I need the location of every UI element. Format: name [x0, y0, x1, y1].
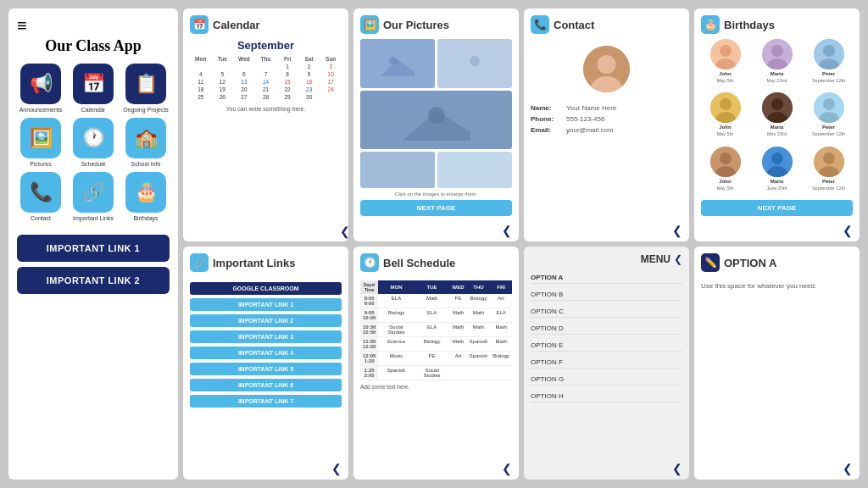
birthdays-icon: 🎂	[125, 172, 166, 213]
picture-2[interactable]	[437, 39, 512, 88]
birthdays-panel-header: 🎂 Birthdays	[701, 15, 853, 34]
bell-tue: TUE	[415, 280, 450, 294]
pictures-icon: 🖼️	[360, 15, 379, 34]
bell-next-arrow[interactable]: ❮	[502, 462, 512, 475]
menu-option-d[interactable]: OPTION D	[531, 323, 682, 335]
link-item-5[interactable]: IMPORTANT LINK 5	[190, 363, 342, 375]
icon-item-calendar[interactable]: 📅 Calendar	[70, 64, 117, 113]
pictures-grid	[360, 39, 512, 188]
menu-option-b[interactable]: OPTION B	[531, 289, 682, 301]
bell-days-label: Days/Time	[360, 280, 378, 294]
email-label: Email:	[531, 126, 563, 134]
google-classroom-link[interactable]: GOOGLE CLASSROOM	[190, 282, 342, 295]
icon-item-schedule[interactable]: 🕐 Schedule	[70, 118, 117, 167]
option-next-arrow[interactable]: ❮	[843, 462, 853, 475]
picture-3[interactable]	[360, 91, 512, 148]
link-item-1[interactable]: IMPORTANT LINK 1	[190, 298, 342, 311]
bell-title: Bell Schedule	[383, 257, 455, 269]
pictures-next-arrow[interactable]: ❮	[502, 224, 512, 237]
birthday-date: September 12th	[812, 131, 845, 136]
name-value: Your Name Here	[566, 104, 616, 112]
menu-option-f[interactable]: OPTION F	[531, 357, 682, 369]
table-row: 1:252:00SpanishSocial Studies	[360, 366, 512, 380]
birthday-date: September 12th	[812, 78, 845, 83]
school-info-label: School Info	[131, 161, 160, 167]
birthday-avatar	[762, 92, 793, 123]
birthday-date: May 23rd	[767, 131, 787, 136]
important-link-2-button[interactable]: IMPORTANT LINK 2	[17, 267, 170, 294]
calendar-grid: MonTueWedThuFriSatSun 123 45678910 11121…	[190, 55, 342, 101]
table-row: 9:0510:00BiologyELAMathMathELA	[360, 308, 512, 323]
option-a-header: ✏️ OPTION A	[701, 253, 853, 272]
link-list: GOOGLE CLASSROOM IMPORTANT LINK 1 IMPORT…	[190, 282, 342, 408]
contact-panel: 📞 Contact Name: Your Name Here Phone: 55…	[524, 8, 689, 241]
link-item-4[interactable]: IMPORTANT LINK 4	[190, 347, 342, 359]
pictures-panel: 🖼️ Our Pictures Cli	[353, 8, 519, 241]
menu-close-arrow[interactable]: ❮	[674, 253, 682, 265]
link-item-3[interactable]: IMPORTANT LINK 3	[190, 330, 342, 343]
schedule-icon: 🕐	[73, 118, 114, 158]
link-item-6[interactable]: IMPORTANT LINK 6	[190, 379, 342, 391]
name-label: Name:	[531, 104, 563, 112]
birthday-avatar	[762, 39, 793, 69]
pictures-title: Our Pictures	[383, 19, 449, 31]
calendar-note: You can write something here.	[190, 106, 342, 112]
icon-item-ongoing-projects[interactable]: 📋 Ongoing Projects	[122, 64, 170, 113]
link-item-7[interactable]: IMPORTANT LINK 7	[190, 395, 342, 408]
icon-item-pictures[interactable]: 🖼️ Pictures	[17, 118, 64, 167]
app-title: Our Class App	[17, 37, 170, 55]
bell-thu: THU	[467, 280, 491, 294]
important-link-1-button[interactable]: IMPORTANT LINK 1	[17, 235, 170, 262]
calendar-panel-header: 📅 Calendar	[190, 15, 342, 34]
menu-option-g[interactable]: OPTION G	[531, 374, 682, 385]
birthday-item: Maria June 25th	[753, 147, 801, 197]
birthdays-icon: 🎂	[701, 15, 720, 34]
icon-grid: 📢 Announcements 📅 Calendar 📋 Ongoing Pro…	[17, 64, 170, 221]
picture-5[interactable]	[437, 152, 512, 188]
icon-item-announcements[interactable]: 📢 Announcements	[17, 64, 64, 113]
icon-item-birthdays[interactable]: 🎂 Birthdays	[122, 172, 170, 221]
menu-option-c[interactable]: OPTION C	[531, 306, 682, 318]
birthday-avatar	[762, 147, 793, 177]
table-row: 8:009:00ELAMathPEBiologyArt	[360, 294, 512, 308]
contact-next-arrow[interactable]: ❮	[672, 224, 682, 237]
school-info-icon: 🏫	[125, 118, 166, 158]
birthday-item: Maria May 22nd	[753, 39, 801, 89]
menu-option-e[interactable]: OPTION E	[531, 340, 682, 352]
svg-point-4	[470, 56, 480, 66]
links-next-arrow[interactable]: ❮	[331, 462, 342, 475]
bell-mon: MON	[378, 280, 414, 294]
birthday-name: Peter	[822, 125, 835, 130]
hamburger-menu[interactable]: ≡	[17, 17, 170, 34]
link-item-2[interactable]: IMPORTANT LINK 2	[190, 314, 342, 327]
panels-grid: 📅 Calendar September MonTueWedThuFriSatS…	[183, 8, 860, 480]
calendar-icon: 📅	[73, 64, 114, 104]
birthday-grid: John May 5th Maria May 22nd Peter Septem…	[701, 39, 853, 197]
icon-item-school-info[interactable]: 🏫 School Info	[122, 118, 170, 167]
birthdays-next-arrow[interactable]: ❮	[843, 224, 853, 237]
menu-items: OPTION A OPTION B OPTION C OPTION D OPTI…	[531, 272, 682, 402]
menu-next-arrow[interactable]: ❮	[672, 462, 682, 475]
menu-option-a[interactable]: OPTION A	[531, 272, 682, 284]
calendar-icon: 📅	[190, 15, 209, 34]
svg-point-17	[771, 45, 783, 57]
bell-panel: 🕐 Bell Schedule Days/Time MON TUE WED TH…	[353, 247, 519, 480]
picture-1[interactable]	[360, 39, 435, 88]
birthday-date: May 5th	[717, 131, 734, 136]
icon-item-contact[interactable]: 📞 Contact	[17, 172, 64, 221]
calendar-next-arrow[interactable]: ❮	[340, 225, 348, 238]
pictures-next-button[interactable]: NEXT PAGE	[360, 200, 512, 216]
calendar-month: September	[190, 39, 342, 52]
birthday-name: Peter	[822, 71, 835, 76]
birthday-avatar	[814, 92, 844, 123]
birthday-date: June 25th	[766, 186, 787, 191]
menu-option-h[interactable]: OPTION H	[531, 391, 682, 402]
contact-title: Contact	[554, 19, 594, 31]
svg-point-35	[771, 152, 783, 164]
option-a-icon: ✏️	[701, 253, 720, 272]
svg-point-26	[771, 98, 783, 110]
birthdays-next-button[interactable]: NEXT PAGE	[701, 200, 853, 216]
icon-item-important-links[interactable]: 🔗 Important Links	[70, 172, 117, 221]
picture-4[interactable]	[360, 152, 435, 188]
birthdays-title: Birthdays	[724, 19, 775, 31]
